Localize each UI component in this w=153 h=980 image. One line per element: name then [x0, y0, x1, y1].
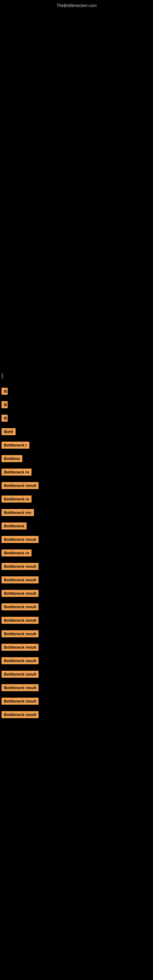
result-row: Bottleneck result — [0, 668, 153, 680]
bottom-space — [0, 722, 153, 845]
result-row: Bottleneck result — [0, 628, 153, 640]
result-row: Bottleneck re — [0, 547, 153, 558]
result-row: Bottleneck res — [0, 506, 153, 518]
result-label-13: Bottleneck re — [2, 549, 32, 557]
results-section: B B B Bottl Bottleneck r Bottlene Bottle… — [0, 380, 153, 720]
result-row: Bottleneck — [0, 520, 153, 531]
site-title: TheBottlenecker.com — [0, 0, 153, 10]
result-label-24: Bottleneck result — [2, 698, 38, 705]
result-label-18: Bottleneck result — [2, 617, 38, 624]
result-row: B — [0, 385, 153, 397]
result-row: Bottl — [0, 426, 153, 438]
result-row: Bottleneck result — [0, 709, 153, 720]
result-row: Bottleneck result — [0, 587, 153, 599]
result-row: Bottleneck re — [0, 466, 153, 478]
result-row: Bottleneck result — [0, 574, 153, 585]
result-label-1: B — [2, 388, 8, 395]
result-row: Bottleneck result — [0, 601, 153, 612]
result-label-20: Bottleneck result — [2, 644, 38, 651]
result-row: Bottleneck re — [0, 493, 153, 505]
main-content-area — [0, 10, 153, 190]
result-label-12: Bottleneck result — [2, 536, 38, 543]
cursor: | — [0, 371, 153, 380]
result-label-17: Bottleneck result — [2, 603, 38, 610]
result-label-16: Bottleneck result — [2, 590, 38, 597]
result-label-21: Bottleneck result — [2, 657, 38, 664]
result-label-6: Bottlene — [2, 455, 22, 462]
result-label-9: Bottleneck re — [2, 495, 32, 503]
result-row: Bottleneck result — [0, 641, 153, 653]
result-label-5: Bottleneck r — [2, 442, 29, 449]
result-label-10: Bottleneck res — [2, 509, 34, 516]
result-row: Bottleneck result — [0, 655, 153, 667]
result-label-19: Bottleneck result — [2, 630, 38, 637]
result-label-22: Bottleneck result — [2, 671, 38, 678]
result-label-3: B — [2, 415, 8, 422]
result-label-15: Bottleneck result — [2, 576, 38, 584]
result-row: Bottleneck result — [0, 480, 153, 491]
result-row: Bottleneck result — [0, 695, 153, 707]
result-row: B — [0, 399, 153, 410]
result-label-7: Bottleneck re — [2, 469, 32, 476]
result-row: Bottleneck r — [0, 439, 153, 451]
result-label-14: Bottleneck result — [2, 563, 38, 570]
result-row: Bottleneck result — [0, 560, 153, 572]
result-label-25: Bottleneck result — [2, 711, 38, 718]
result-label-8: Bottleneck result — [2, 482, 38, 489]
result-row: Bottleneck result — [0, 614, 153, 626]
result-row: Bottleneck result — [0, 682, 153, 694]
result-label-2: B — [2, 401, 8, 408]
result-label-4: Bottl — [2, 428, 16, 435]
result-label-23: Bottleneck result — [2, 684, 38, 691]
result-row: B — [0, 412, 153, 424]
result-row: Bottlene — [0, 453, 153, 464]
result-row: Bottleneck result — [0, 533, 153, 545]
result-label-11: Bottleneck — [2, 522, 27, 530]
